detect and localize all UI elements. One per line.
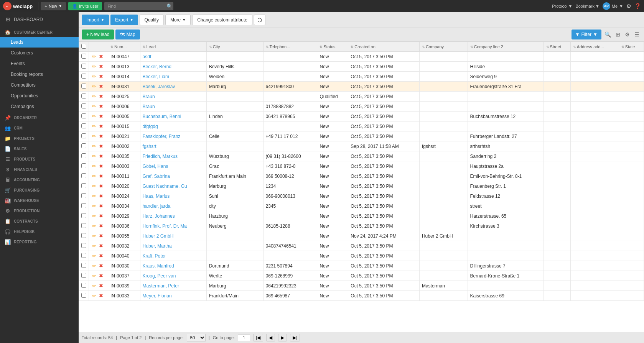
export-button[interactable]: Export ▼ <box>110 15 138 25</box>
delete-button[interactable]: ✖ <box>98 63 104 70</box>
delete-button[interactable]: ✖ <box>98 193 104 199</box>
delete-button[interactable]: ✖ <box>98 233 104 239</box>
edit-button[interactable]: ✏ <box>91 272 97 279</box>
row-checkbox[interactable] <box>81 133 86 138</box>
delete-button[interactable]: ✖ <box>98 123 104 130</box>
open-in-new-button[interactable]: ⬡ <box>254 15 265 25</box>
delete-button[interactable]: ✖ <box>98 223 104 229</box>
last-page-button[interactable]: ▶| <box>290 334 300 341</box>
lead-link[interactable]: Harz, Johannes <box>143 213 175 219</box>
map-button[interactable]: 🗺 Map <box>115 30 140 39</box>
edit-button[interactable]: ✏ <box>91 213 97 219</box>
edit-button[interactable]: ✏ <box>91 103 97 110</box>
row-checkbox[interactable] <box>81 293 86 298</box>
lead-link[interactable]: fgshsrt <box>143 144 156 149</box>
lead-link[interactable]: Meyer, Florian <box>143 293 172 299</box>
delete-button[interactable]: ✖ <box>98 173 104 179</box>
row-checkbox[interactable] <box>81 123 86 128</box>
select-all-checkbox[interactable] <box>81 44 86 49</box>
lead-link[interactable]: Kraft, Peter <box>143 253 166 259</box>
lead-link[interactable]: Braun <box>143 94 155 99</box>
delete-button[interactable]: ✖ <box>98 263 104 269</box>
qualify-button[interactable]: Qualify <box>140 15 164 25</box>
edit-button[interactable]: ✏ <box>91 203 97 209</box>
records-per-page-select[interactable]: 50 25 100 <box>187 334 206 341</box>
row-checkbox[interactable] <box>81 273 86 278</box>
table-settings-button[interactable]: ⚙ <box>623 31 631 38</box>
delete-button[interactable]: ✖ <box>98 53 104 60</box>
help-icon[interactable]: ❓ <box>634 3 641 9</box>
edit-button[interactable]: ✏ <box>91 282 97 289</box>
row-checkbox[interactable] <box>81 94 86 98</box>
lead-link[interactable]: Braun <box>143 104 155 109</box>
row-checkbox[interactable] <box>81 233 86 238</box>
next-page-button[interactable]: ▶ <box>278 334 287 341</box>
lead-link[interactable]: Buchsbaum, Benni <box>143 114 181 119</box>
new-lead-button[interactable]: + New lead <box>82 30 114 39</box>
lead-link[interactable]: Hornfink, Prof. Dr. Ma <box>143 223 187 229</box>
lead-link[interactable]: Kraus, Manfred <box>143 263 174 269</box>
go-to-page-input[interactable] <box>238 334 250 341</box>
row-checkbox[interactable] <box>81 213 86 218</box>
sidebar-item-booking-reports[interactable]: Booking reports <box>0 69 79 80</box>
edit-button[interactable]: ✏ <box>91 153 97 159</box>
delete-button[interactable]: ✖ <box>98 163 104 169</box>
row-checkbox[interactable] <box>81 84 86 89</box>
view-toggle-button[interactable]: ☰ <box>633 31 641 38</box>
edit-button[interactable]: ✏ <box>91 93 97 100</box>
edit-button[interactable]: ✏ <box>91 223 97 229</box>
row-checkbox[interactable] <box>81 263 86 268</box>
lead-link[interactable]: Friedlich, Markus <box>143 154 178 159</box>
lead-link[interactable]: Graf, Sabrina <box>143 174 170 179</box>
columns-button[interactable]: ⊞ <box>614 31 622 38</box>
delete-button[interactable]: ✖ <box>98 73 104 80</box>
delete-button[interactable]: ✖ <box>98 253 104 259</box>
lead-link[interactable]: Göbel, Hans <box>143 164 168 169</box>
delete-button[interactable]: ✖ <box>98 292 104 299</box>
protocol-menu[interactable]: Protocol ▼ <box>552 4 572 8</box>
edit-button[interactable]: ✏ <box>91 143 97 149</box>
lead-link[interactable]: handler, jarda <box>143 204 171 209</box>
edit-button[interactable]: ✏ <box>91 183 97 189</box>
edit-button[interactable]: ✏ <box>91 173 97 179</box>
lead-link[interactable]: Becker, Bernd <box>143 64 171 69</box>
delete-button[interactable]: ✖ <box>98 203 104 209</box>
lead-link[interactable]: Masterman, Peter <box>143 283 179 289</box>
edit-button[interactable]: ✏ <box>91 193 97 199</box>
delete-button[interactable]: ✖ <box>98 213 104 219</box>
row-checkbox[interactable] <box>81 223 86 228</box>
lead-link[interactable]: Kroog, Peer van <box>143 273 176 279</box>
sidebar-item-competitors[interactable]: Competitors <box>0 80 79 90</box>
sidebar-item-leads[interactable]: Leads <box>0 37 79 48</box>
row-checkbox[interactable] <box>81 253 86 258</box>
delete-button[interactable]: ✖ <box>98 282 104 289</box>
search-toggle-button[interactable]: 🔍 <box>603 31 613 38</box>
row-checkbox[interactable] <box>81 243 86 248</box>
delete-button[interactable]: ✖ <box>98 143 104 149</box>
delete-button[interactable]: ✖ <box>98 133 104 139</box>
lead-link[interactable]: Fassklopfer, Franz <box>143 134 181 139</box>
edit-button[interactable]: ✏ <box>91 163 97 169</box>
edit-button[interactable]: ✏ <box>91 292 97 299</box>
delete-button[interactable]: ✖ <box>98 272 104 279</box>
sidebar-item-opportunities[interactable]: Opportunities <box>0 90 79 101</box>
lead-link[interactable]: asdf <box>143 54 152 59</box>
row-checkbox[interactable] <box>81 74 86 79</box>
lead-link[interactable]: Huber, Martha <box>143 243 172 249</box>
new-button[interactable]: + New ▼ <box>41 2 66 10</box>
more-button[interactable]: More ▼ <box>165 15 191 25</box>
delete-button[interactable]: ✖ <box>98 103 104 110</box>
edit-button[interactable]: ✏ <box>91 263 97 269</box>
row-checkbox[interactable] <box>81 203 86 208</box>
bookmark-menu[interactable]: Bookmark ▼ <box>575 4 599 8</box>
import-button[interactable]: Import ▼ <box>82 15 109 25</box>
row-checkbox[interactable] <box>81 103 86 108</box>
row-checkbox[interactable] <box>81 153 86 158</box>
edit-button[interactable]: ✏ <box>91 123 97 130</box>
row-checkbox[interactable] <box>81 113 86 118</box>
filter-button[interactable]: ▼ Filter ▼ <box>572 30 601 39</box>
edit-button[interactable]: ✏ <box>91 233 97 239</box>
lead-link[interactable]: Huber 2 GmbH <box>143 233 174 239</box>
sidebar-item-campaigns[interactable]: Campaigns <box>0 101 79 112</box>
delete-button[interactable]: ✖ <box>98 83 104 90</box>
